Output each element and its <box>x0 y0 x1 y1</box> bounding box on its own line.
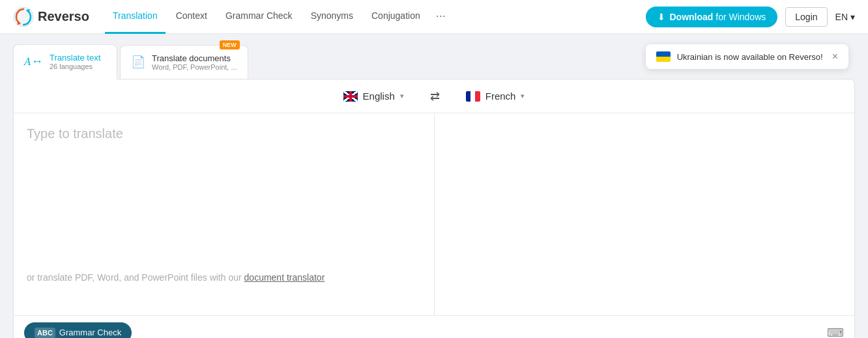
tab-text-subtitle: 26 languages <box>50 63 100 70</box>
grammar-check-label: Grammar Check <box>59 328 121 337</box>
nav-grammar-check[interactable]: Grammar Check <box>218 0 300 34</box>
new-badge: NEW <box>220 40 240 49</box>
notification-banner: Ukrainian is now available on Reverso! × <box>646 44 848 69</box>
source-text-panel: or translate PDF, Word, and PowerPoint f… <box>14 113 435 315</box>
target-language-chevron: ▾ <box>521 92 525 100</box>
language-bar: English ▾ ⇄ French ▾ <box>14 79 854 113</box>
header: Reverso Translation Context Grammar Chec… <box>0 0 868 34</box>
nav-conjugation[interactable]: Conjugation <box>364 0 428 34</box>
download-icon: ⬇ <box>658 12 665 22</box>
grammar-check-button[interactable]: ABC Grammar Check <box>24 322 132 339</box>
download-button[interactable]: ⬇ Download for Windows <box>646 7 777 27</box>
french-flag-icon <box>466 91 480 102</box>
text-panels: or translate PDF, Word, and PowerPoint f… <box>14 113 854 315</box>
main-nav: Translation Context Grammar Check Synony… <box>105 0 646 34</box>
target-text-panel <box>435 113 855 315</box>
tab-translate-docs[interactable]: NEW 📄 Translate documents Word, PDF, Pow… <box>120 45 248 79</box>
source-language-select[interactable]: English ▾ <box>328 83 420 109</box>
chevron-down-icon: ▾ <box>850 12 855 22</box>
source-language-chevron: ▾ <box>400 92 404 100</box>
abc-icon: ABC <box>35 328 55 338</box>
nav-more[interactable]: ··· <box>431 0 451 34</box>
logo[interactable]: Reverso <box>13 7 89 27</box>
source-text-input[interactable] <box>27 126 421 270</box>
uk-flag-icon <box>343 91 358 102</box>
target-language-label: French <box>485 91 516 102</box>
logo-text: Reverso <box>38 9 89 24</box>
source-helper-text: or translate PDF, Word, and PowerPoint f… <box>27 272 421 283</box>
notification-close-button[interactable]: × <box>832 51 838 63</box>
reverso-logo-icon <box>13 7 34 27</box>
source-language-label: English <box>363 91 395 102</box>
nav-translation[interactable]: Translation <box>105 0 166 34</box>
keyboard-icon[interactable]: ⌨ <box>827 326 844 339</box>
translation-box: English ▾ ⇄ French ▾ or trans <box>13 79 855 338</box>
nav-synonyms[interactable]: Synonyms <box>303 0 361 34</box>
switch-icon: ⇄ <box>430 90 440 103</box>
nav-context[interactable]: Context <box>168 0 215 34</box>
translate-docs-icon: 📄 <box>131 55 145 69</box>
bottom-bar: ABC Grammar Check ⌨ <box>14 315 854 338</box>
ukraine-flag-icon <box>656 51 671 62</box>
switch-languages-button[interactable]: ⇄ <box>420 84 450 109</box>
tab-translate-text[interactable]: 𝐴↔ Translate text 26 languages <box>13 44 117 79</box>
notification-text: Ukrainian is now available on Reverso! <box>677 52 823 62</box>
target-language-select[interactable]: French ▾ <box>450 83 541 109</box>
translate-text-icon: 𝐴↔ <box>24 55 43 68</box>
tab-docs-subtitle: Word, PDF, PowerPoint, ... <box>152 63 237 71</box>
document-translator-link[interactable]: document translator <box>244 272 325 283</box>
tab-docs-title: Translate documents <box>152 53 237 63</box>
main-content: English ▾ ⇄ French ▾ or trans <box>0 79 868 338</box>
language-selector[interactable]: EN ▾ <box>835 12 855 22</box>
tab-text-title: Translate text <box>50 53 100 63</box>
login-button[interactable]: Login <box>785 7 827 27</box>
download-label: Download for Windows <box>669 12 766 22</box>
header-actions: ⬇ Download for Windows Login EN ▾ <box>646 7 855 27</box>
